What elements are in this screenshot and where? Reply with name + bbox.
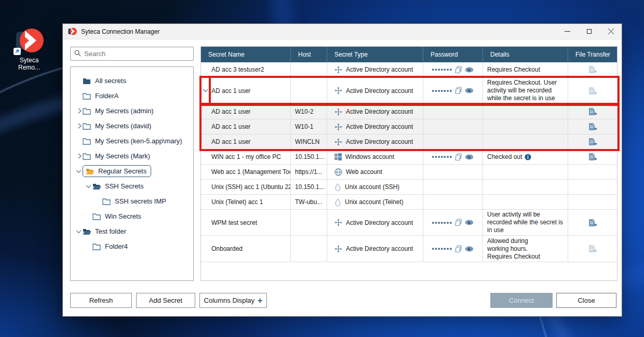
folder-open-blue-icon	[83, 227, 91, 235]
secret-type-cell: Unix account (Telnet)	[327, 195, 423, 209]
search-icon	[74, 49, 81, 59]
chevron-right-icon[interactable]	[75, 109, 83, 113]
tree-item-my-secrets-admin[interactable]: My Secrets (admin)	[71, 103, 193, 118]
column-header-password[interactable]: Password	[423, 47, 483, 62]
tree-item-my-secrets-ken-5-app-mary[interactable]: My Secrets (ken-5.app\mary)	[71, 133, 193, 149]
copy-password-icon[interactable]	[455, 245, 462, 253]
host-cell	[291, 210, 327, 235]
secret-type-label: Active Directory account	[346, 245, 413, 252]
host-cell: W10-2	[291, 104, 327, 119]
secret-name-cell: Onboarded	[201, 236, 291, 262]
connect-button[interactable]: Connect	[490, 293, 553, 308]
file-transfer-icon	[588, 87, 598, 95]
password-cell	[423, 119, 483, 134]
desktop-shortcut-syteca[interactable]: Syteca Remo...	[8, 26, 50, 71]
password-cell	[423, 134, 483, 149]
host-cell: TW-ubu...	[291, 195, 327, 209]
folder-outline-icon	[102, 197, 111, 205]
secret-name-cell: WPM test secret	[201, 210, 291, 235]
secret-type-cell: Active Directory account	[327, 236, 423, 262]
table-row[interactable]: AD acc 1 userW10-1Active Directory accou…	[201, 119, 617, 134]
password-mask: •••••••	[432, 219, 453, 226]
app-logo-icon	[68, 27, 77, 36]
file-transfer-icon[interactable]	[588, 153, 598, 161]
search-box[interactable]	[70, 47, 194, 61]
file-transfer-icon[interactable]	[588, 219, 598, 227]
table-row[interactable]: AD acc 1 userWINCLNActive Directory acco…	[201, 134, 617, 150]
file-transfer-icon[interactable]	[588, 123, 598, 131]
info-icon[interactable]	[525, 154, 531, 160]
reveal-password-eye-icon[interactable]	[465, 88, 474, 93]
secret-type-cell: Unix account (SSH)	[327, 180, 423, 194]
secret-name-cell: AD acc 3 testuser2	[201, 62, 291, 77]
tree-item-test-folder[interactable]: Test folder	[71, 224, 193, 239]
chevron-right-icon[interactable]	[75, 154, 83, 158]
reveal-password-eye-icon[interactable]	[465, 67, 474, 73]
copy-password-icon[interactable]	[455, 87, 462, 95]
password-cell	[423, 195, 483, 209]
minimize-button[interactable]	[556, 24, 578, 39]
refresh-button[interactable]: Refresh	[70, 293, 132, 308]
password-cell: •••••••	[423, 236, 483, 262]
maximize-button[interactable]	[578, 24, 600, 39]
tree-item-all-secrets[interactable]: All secrets	[71, 73, 193, 88]
table-row[interactable]: AD acc 3 testuser2Active Directory accou…	[201, 62, 617, 77]
tree-item-folder4[interactable]: Folder4	[71, 239, 193, 254]
table-row[interactable]: Unix (SSH) acc 1 (Ubuntu 22.010.150.1...…	[201, 180, 617, 195]
column-header-details[interactable]: Details	[483, 47, 568, 62]
column-header-file-transfer[interactable]: File Transfer	[568, 47, 617, 62]
folder-open-blue-icon	[92, 182, 101, 190]
table-row[interactable]: WIN acc 1 - my office PC10.150.1...Windo…	[201, 150, 617, 165]
table-row[interactable]: Unix (Telnet) acc 1TW-ubu...Unix account…	[201, 195, 617, 210]
copy-password-icon[interactable]	[455, 219, 462, 226]
table-row[interactable]: AD acc 1 userW10-2Active Directory accou…	[201, 104, 617, 119]
columns-display-button[interactable]: Columns Display+	[199, 293, 267, 308]
reveal-password-eye-icon[interactable]	[465, 246, 474, 252]
tree-item-label: My Secrets (admin)	[95, 107, 154, 115]
secret-name-cell: WIN acc 1 - my office PC	[201, 150, 291, 164]
column-header-host[interactable]: Host	[291, 47, 327, 62]
folder-outline-icon	[83, 92, 91, 100]
ad-type-icon	[334, 219, 342, 226]
copy-password-icon[interactable]	[455, 66, 462, 74]
tree-item-my-secrets-david[interactable]: My Secrets (david)	[71, 118, 193, 133]
tree-item-regular-secrets[interactable]: Regular Secrets	[71, 164, 193, 179]
reveal-password-eye-icon[interactable]	[465, 220, 474, 225]
reveal-password-eye-icon[interactable]	[465, 154, 474, 160]
secrets-table: Secret NameHostSecret TypePasswordDetail…	[200, 46, 618, 281]
tree-item-my-secrets-mark[interactable]: My Secrets (Mark)	[71, 149, 193, 164]
secret-name: AD acc 1 user	[211, 108, 250, 115]
tree-item-foldera[interactable]: FolderA	[71, 88, 193, 103]
add-secret-button[interactable]: Add Secret	[136, 293, 195, 308]
window-title: Syteca Connection Manager	[81, 28, 159, 35]
table-row[interactable]: OnboardedActive Directory account•••••••…	[201, 236, 617, 262]
secret-type-cell: Windows account	[327, 150, 423, 164]
file-transfer-icon[interactable]	[588, 107, 598, 116]
chevron-down-icon[interactable]	[75, 230, 83, 233]
password-mask: •••••••	[432, 87, 453, 95]
tree-item-win-secrets[interactable]: Win Secrets	[71, 209, 193, 224]
chevron-down-icon[interactable]	[85, 184, 92, 188]
plus-icon: +	[258, 296, 262, 305]
tree-item-ssh-secrets-imp[interactable]: SSH secrets IMP	[71, 194, 193, 209]
secret-type-cell: Active Directory account	[327, 77, 423, 104]
table-row[interactable]: WPM test secretActive Directory account•…	[201, 210, 617, 236]
column-header-secret-type[interactable]: Secret Type	[327, 47, 423, 62]
column-header-secret-name[interactable]: Secret Name	[201, 47, 291, 62]
secret-type-label: Active Directory account	[346, 219, 413, 226]
chevron-right-icon[interactable]	[75, 124, 83, 128]
host-cell: https://1...	[291, 165, 327, 179]
tree-item-ssh-secrets[interactable]: SSH Secrets	[71, 179, 193, 194]
secret-name: AD acc 3 testuser2	[211, 66, 264, 73]
file-transfer-icon[interactable]	[588, 138, 598, 146]
search-input[interactable]	[84, 50, 178, 58]
table-row[interactable]: Web acc 1 (Management Toohttps://1...Web…	[201, 165, 617, 180]
table-row[interactable]: AD acc 1 userActive Directory account•••…	[201, 77, 617, 104]
close-window-button[interactable]	[600, 24, 622, 39]
close-button[interactable]: Close	[556, 293, 616, 308]
row-expander-icon[interactable]	[203, 87, 208, 92]
copy-password-icon[interactable]	[455, 153, 462, 161]
chevron-down-icon[interactable]	[75, 169, 83, 173]
secret-name: WPM test secret	[211, 219, 257, 226]
secret-type-label: Windows account	[345, 153, 394, 160]
